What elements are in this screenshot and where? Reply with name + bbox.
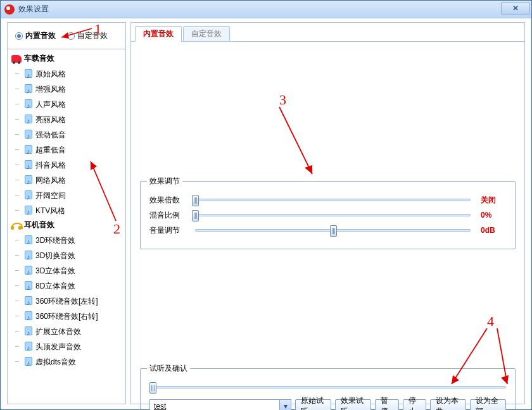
window-title: 效果设置 (18, 4, 49, 15)
music-note-icon (23, 206, 34, 216)
slider[interactable] (195, 194, 471, 206)
slider-row: 效果倍数关闭 (149, 194, 506, 206)
music-note-icon (23, 190, 34, 201)
tree-item-hp[interactable]: ┄3D环绕音效 (11, 233, 125, 248)
tree-item-label: 360环绕音效[左转] (35, 294, 98, 308)
tree-item-label: 亮丽风格 (35, 113, 66, 127)
tree-item-car[interactable]: ┄抖音风格 (11, 158, 125, 173)
tree-item-label: 原始风格 (35, 67, 66, 81)
tree-item-car[interactable]: ┄开阔空间 (11, 188, 125, 203)
tree-item-hp[interactable]: ┄360环绕音效[右转] (11, 309, 125, 324)
music-note-icon (23, 84, 34, 94)
tree-dash-icon: ┄ (15, 162, 22, 168)
close-button[interactable]: ✕ (501, 2, 530, 15)
music-note-icon (23, 175, 34, 185)
slider-thumb[interactable] (192, 195, 199, 206)
slider-row: 音量调节0dB (149, 225, 506, 236)
slider-label: 效果倍数 (149, 195, 185, 206)
headphone-icon (11, 221, 22, 230)
preview-slider[interactable] (149, 382, 506, 393)
tree-dash-icon: ┄ (15, 298, 22, 304)
tree-item-label: 头顶发声音效 (35, 340, 81, 354)
listen-controls: test ▾ 原始试听 效果试听 暂停 停止 设为本曲 设为全部 (149, 399, 506, 410)
fieldset-adjust: 效果调节 效果倍数关闭混音比例0%音量调节0dB (140, 181, 516, 249)
slider-thumb[interactable] (192, 210, 199, 221)
music-note-icon (23, 357, 34, 367)
window: 效果设置 ✕ 内置音效 自定音效 车载音效 ┄原始风格┄增强风 (0, 0, 532, 410)
slider-label: 混音比例 (149, 210, 185, 221)
chevron-down-icon[interactable]: ▾ (279, 400, 291, 410)
tree-dash-icon: ┄ (15, 359, 22, 365)
radio-builtin-label: 内置音效 (25, 30, 56, 41)
slider[interactable] (195, 225, 471, 236)
tree-dash-icon: ┄ (15, 101, 22, 108)
tree-item-car[interactable]: ┄强劲低音 (11, 127, 125, 142)
music-note-icon (23, 326, 34, 337)
slider-value: 0dB (481, 226, 506, 235)
slider-value: 0% (481, 211, 506, 220)
btn-set-current[interactable]: 设为本曲 (430, 399, 466, 410)
slider[interactable] (195, 209, 471, 221)
slider-thumb[interactable] (330, 225, 337, 237)
music-note-icon (23, 311, 34, 321)
tree-item-label: 强劲低音 (35, 128, 66, 142)
tree-dash-icon: ┄ (15, 71, 22, 77)
app-icon (4, 4, 15, 15)
music-note-icon (23, 281, 34, 291)
music-note-icon (23, 342, 34, 352)
tree-item-label: 8D立体音效 (35, 279, 75, 293)
group-hp-label: 耳机音效 (24, 220, 54, 230)
tree-item-car[interactable]: ┄KTV风格 (11, 203, 125, 218)
tree-item-car[interactable]: ┄人声风格 (11, 97, 125, 112)
tree-item-car[interactable]: ┄网络风格 (11, 173, 125, 188)
tree-item-hp[interactable]: ┄3D切换音效 (11, 248, 125, 263)
tree-dash-icon: ┄ (15, 268, 22, 274)
tree-item-car[interactable]: ┄原始风格 (11, 66, 125, 82)
close-icon: ✕ (512, 4, 519, 13)
btn-pause[interactable]: 暂停 (375, 399, 399, 410)
slider-rail (149, 386, 506, 388)
tree-dash-icon: ┄ (15, 283, 22, 289)
slider-rail (195, 199, 471, 201)
tree-item-label: 人声风格 (35, 97, 66, 111)
slider-thumb[interactable] (149, 382, 156, 394)
tree-item-hp[interactable]: ┄3D立体音效 (11, 263, 125, 278)
tree-item-car[interactable]: ┄亮丽风格 (11, 112, 125, 127)
tree-item-label: 虚拟dts音效 (35, 355, 76, 369)
tree-item-label: 360环绕音效[右转] (35, 309, 98, 323)
tree-item-hp[interactable]: ┄扩展立体音效 (11, 324, 125, 339)
slider-rail (195, 214, 471, 216)
tree-dash-icon: ┄ (15, 147, 22, 153)
right-panel: 内置音效 自定音效 效果调节 效果倍数关闭混音比例0%音量调节0dB 试听及确认 (130, 22, 525, 404)
group-headphone[interactable]: 耳机音效 (11, 218, 125, 233)
tree-item-label: KTV风格 (35, 204, 65, 218)
tree-item-label: 开阔空间 (35, 189, 66, 202)
btn-stop[interactable]: 停止 (403, 399, 427, 410)
music-note-icon (23, 69, 34, 79)
car-items: ┄原始风格┄增强风格┄人声风格┄亮丽风格┄强劲低音┄超重低音┄抖音风格┄网络风格… (11, 66, 125, 218)
tree-item-hp[interactable]: ┄虚拟dts音效 (11, 354, 125, 370)
body-area: 内置音效 自定音效 车载音效 ┄原始风格┄增强风格┄人声风格┄亮丽风格┄强劲低音… (1, 18, 531, 409)
tree-item-car[interactable]: ┄增强风格 (11, 82, 125, 97)
btn-effect-preview[interactable]: 效果试听 (335, 399, 371, 410)
tree-dash-icon: ┄ (15, 313, 22, 320)
track-combo[interactable]: test ▾ (149, 399, 291, 410)
tree-item-hp[interactable]: ┄头顶发声音效 (11, 339, 125, 354)
tree-dash-icon: ┄ (15, 237, 22, 244)
tree-item-hp[interactable]: ┄360环绕音效[左转] (11, 294, 125, 309)
radio-custom[interactable]: 自定音效 (67, 30, 108, 41)
music-note-icon (23, 145, 34, 155)
tree-item-car[interactable]: ┄超重低音 (11, 142, 125, 158)
slider-row: 混音比例0% (149, 209, 506, 221)
mode-select: 内置音效 自定音效 (8, 23, 125, 49)
music-note-icon (23, 130, 34, 140)
titlebar: 效果设置 ✕ (1, 1, 531, 18)
tree-item-hp[interactable]: ┄8D立体音效 (11, 278, 125, 294)
music-note-icon (23, 296, 34, 306)
btn-set-all[interactable]: 设为全部 (470, 399, 506, 410)
tree-dash-icon: ┄ (15, 252, 22, 259)
group-car[interactable]: 车载音效 (11, 52, 125, 66)
radio-builtin[interactable]: 内置音效 (15, 30, 56, 41)
radio-dot-icon (15, 32, 23, 40)
btn-original-preview[interactable]: 原始试听 (295, 399, 331, 410)
